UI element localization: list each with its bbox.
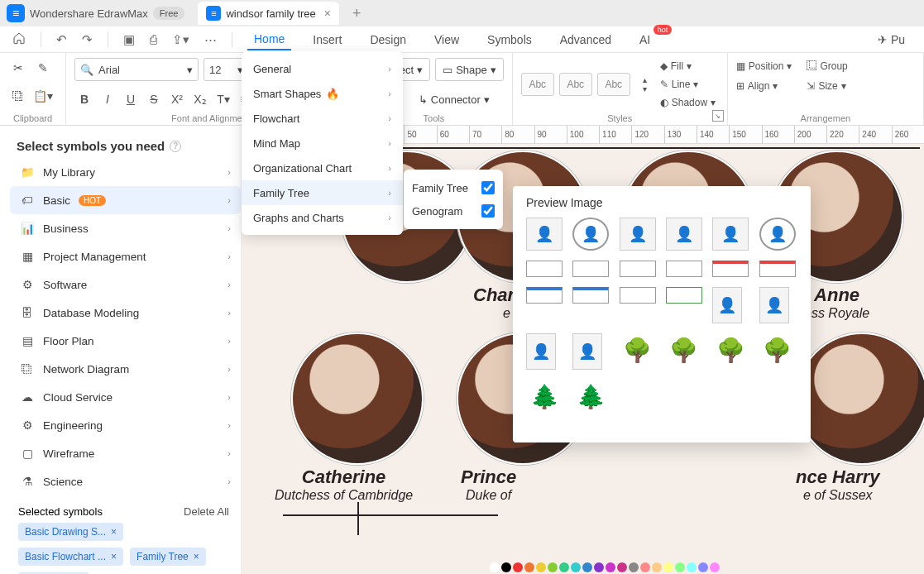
flyout-item-organizational-chart[interactable]: Organizational Chart› bbox=[242, 155, 403, 180]
flyout-item-flowchart[interactable]: Flowchart› bbox=[242, 106, 403, 131]
sidebar-item-my-library[interactable]: 📁My Library› bbox=[10, 158, 241, 186]
symbol-person-circle[interactable]: 👤 bbox=[572, 218, 609, 251]
sidebar-item-network-diagram[interactable]: ⿻Network Diagram› bbox=[10, 355, 241, 383]
tab-close-icon[interactable]: × bbox=[324, 7, 331, 20]
symbol-pine-icon[interactable]: 🌲 bbox=[572, 380, 609, 413]
strike-button[interactable]: S bbox=[144, 89, 164, 109]
checkbox-genogram[interactable] bbox=[481, 204, 495, 218]
symbol-card[interactable] bbox=[526, 261, 563, 277]
more-icon[interactable]: ⋯ bbox=[204, 32, 217, 47]
connector-tool[interactable]: ↳ Connector ▾ bbox=[412, 88, 496, 112]
styles-dialog-launcher[interactable]: ↘ bbox=[712, 110, 724, 122]
color-swatch[interactable] bbox=[571, 562, 581, 572]
menu-home[interactable]: Home bbox=[247, 29, 291, 50]
sidebar-item-science[interactable]: ⚗Science› bbox=[10, 467, 241, 495]
color-swatch[interactable] bbox=[652, 562, 662, 572]
redo-icon[interactable]: ↷ bbox=[82, 32, 93, 47]
color-swatch[interactable] bbox=[513, 562, 523, 572]
size-button[interactable]: ⇲ Size▾ bbox=[807, 78, 847, 94]
symbol-photo-card[interactable]: 👤 bbox=[526, 333, 556, 370]
color-swatch[interactable] bbox=[606, 562, 615, 572]
sidebar-item-basic[interactable]: 🏷BasicHOT› bbox=[10, 186, 241, 214]
cut-icon[interactable]: ✂ bbox=[8, 58, 28, 78]
chip-remove-icon[interactable]: × bbox=[194, 551, 199, 562]
style-scroll-icon[interactable]: ▴▾ bbox=[635, 74, 655, 94]
undo-icon[interactable]: ↶ bbox=[56, 32, 67, 47]
symbol-tall-card[interactable]: 👤 bbox=[759, 287, 789, 323]
symbol-bare-tree-icon[interactable]: 🌲 bbox=[526, 380, 563, 413]
italic-button[interactable]: I bbox=[98, 89, 117, 109]
shape-tool[interactable]: ▭ Shape ▾ bbox=[435, 58, 504, 81]
font-family-select[interactable]: 🔍Arial▾ bbox=[74, 58, 199, 81]
symbol-person-dark[interactable]: 👤 bbox=[666, 218, 702, 251]
selected-chip[interactable]: Family Tree× bbox=[130, 548, 206, 566]
color-swatch[interactable] bbox=[524, 562, 534, 572]
group-button[interactable]: ⿺ Group bbox=[807, 58, 847, 74]
symbol-card-blue[interactable] bbox=[572, 287, 609, 304]
help-icon[interactable]: ? bbox=[170, 141, 181, 152]
sidebar-item-business[interactable]: 📊Business› bbox=[10, 214, 241, 242]
symbol-tree-icon[interactable]: 🌳 bbox=[712, 333, 749, 366]
paste-icon[interactable]: 📋▾ bbox=[33, 86, 53, 106]
bold-button[interactable]: B bbox=[74, 89, 94, 109]
style-preset[interactable]: Abc bbox=[521, 73, 554, 96]
sidebar-item-project-management[interactable]: ▦Project Management› bbox=[10, 242, 241, 270]
symbol-person-circ2[interactable]: 👤 bbox=[759, 218, 796, 251]
symbol-card-plain[interactable] bbox=[620, 287, 656, 304]
sidebar-item-floor-plan[interactable]: ▤Floor Plan› bbox=[10, 327, 241, 355]
color-swatch[interactable] bbox=[594, 562, 604, 572]
color-swatch[interactable] bbox=[501, 562, 511, 572]
superscript-button[interactable]: X² bbox=[167, 89, 187, 109]
color-swatch[interactable] bbox=[629, 562, 639, 572]
print-icon[interactable]: ⎙ bbox=[150, 32, 157, 46]
symbol-tall-card[interactable]: 👤 bbox=[712, 287, 742, 323]
copy-icon[interactable]: ⿻ bbox=[8, 86, 28, 106]
portrait-harry[interactable] bbox=[796, 332, 924, 465]
underline-button[interactable]: U bbox=[121, 89, 141, 109]
color-swatch[interactable] bbox=[710, 562, 720, 572]
symbol-person-label[interactable]: 👤 bbox=[620, 218, 656, 251]
flyout-item-graphs-and-charts[interactable]: Graphs and Charts› bbox=[242, 205, 403, 230]
flyout-item-mind-map[interactable]: Mind Map› bbox=[242, 131, 403, 155]
position-button[interactable]: ▦ Position▾ bbox=[736, 58, 792, 74]
document-tab[interactable]: ≡ windsor family tree × bbox=[198, 2, 339, 25]
symbol-card[interactable] bbox=[666, 261, 702, 277]
symbol-tree-icon[interactable]: 🌳 bbox=[666, 333, 702, 366]
symbol-tree-icon[interactable]: 🌳 bbox=[620, 333, 656, 366]
color-swatch[interactable] bbox=[698, 562, 708, 572]
menu-view[interactable]: View bbox=[428, 30, 466, 50]
color-swatch[interactable] bbox=[663, 562, 673, 572]
symbol-photo-card[interactable]: 👤 bbox=[572, 333, 602, 370]
menu-advanced[interactable]: Advanced bbox=[553, 30, 618, 50]
flyout-item-smart-shapes[interactable]: Smart Shapes🔥› bbox=[242, 81, 403, 106]
tab-add-icon[interactable]: + bbox=[352, 5, 361, 22]
color-swatch[interactable] bbox=[536, 562, 546, 572]
color-swatch[interactable] bbox=[617, 562, 627, 572]
symbol-card-green[interactable] bbox=[666, 287, 702, 304]
menu-ai[interactable]: AIhot bbox=[633, 30, 657, 50]
color-palette[interactable] bbox=[490, 562, 720, 574]
menu-insert[interactable]: Insert bbox=[306, 30, 348, 50]
style-preset[interactable]: Abc bbox=[597, 73, 630, 96]
fill-button[interactable]: ◆ Fill ▾ bbox=[660, 58, 716, 74]
sidebar-item-wireframe[interactable]: ▢Wireframe› bbox=[10, 439, 241, 467]
symbol-card[interactable] bbox=[572, 261, 609, 277]
symbol-person-mid[interactable]: 👤 bbox=[712, 218, 749, 251]
delete-all-button[interactable]: Delete All bbox=[184, 505, 229, 518]
sidebar-item-software[interactable]: ⚙Software› bbox=[10, 270, 241, 299]
color-swatch[interactable] bbox=[548, 562, 558, 572]
symbol-tree-icon[interactable]: 🌳 bbox=[759, 333, 796, 366]
checkbox-family-tree[interactable] bbox=[481, 181, 495, 194]
color-swatch[interactable] bbox=[687, 562, 697, 572]
symbol-card[interactable] bbox=[620, 261, 656, 277]
option-genogram[interactable]: Genogram bbox=[412, 199, 495, 222]
line-button[interactable]: ✎ Line ▾ bbox=[660, 76, 716, 93]
menu-design[interactable]: Design bbox=[363, 30, 413, 50]
sidebar-item-engineering[interactable]: ⚙Engineering› bbox=[10, 411, 241, 439]
selected-chip[interactable]: Basic Drawing S...× bbox=[18, 523, 123, 541]
subscript-button[interactable]: X₂ bbox=[190, 89, 210, 109]
format-painter-icon[interactable]: ✎ bbox=[33, 58, 53, 78]
save-icon[interactable]: ▣ bbox=[123, 32, 135, 47]
export-icon[interactable]: ⇪▾ bbox=[172, 32, 189, 47]
sidebar-item-cloud-service[interactable]: ☁Cloud Service› bbox=[10, 383, 241, 411]
